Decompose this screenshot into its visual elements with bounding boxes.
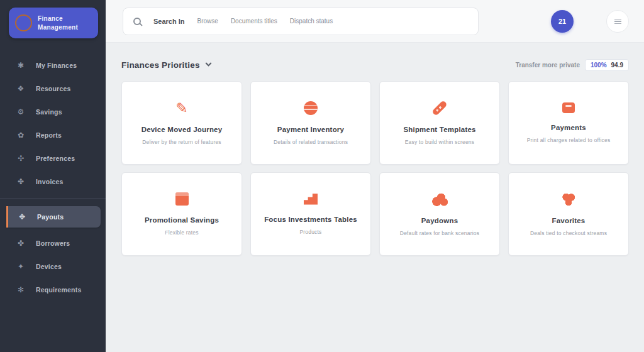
card-title: Paydowns	[421, 217, 458, 224]
header-meta: Transfer more private 100% 94.9	[516, 59, 629, 71]
sidebar-item-label: Borrowers	[36, 239, 70, 247]
brush-icon	[431, 100, 447, 116]
sidebar-item-label: Invoices	[36, 178, 64, 185]
sidebar-item-label: Preferences	[36, 155, 75, 162]
sidebar-nav-primary: ✱ My Finances ❖ Resources ⚙ Savings ✿ Re…	[0, 53, 106, 193]
card-payments[interactable]: Payments Print all charges related to of…	[508, 81, 629, 165]
card-paydowns[interactable]: Paydowns Default rates for bank scenario…	[379, 172, 500, 256]
card-title: Promotional Savings	[145, 216, 219, 224]
search-input[interactable]: Search In Browse Documents titles Dispat…	[123, 8, 479, 35]
card-subtitle: Details of related transactions	[274, 139, 348, 145]
card-subtitle: Default rates for bank scenarios	[400, 230, 479, 236]
gear-icon: ✥	[18, 212, 26, 221]
app-window: Finance Management ✱ My Finances ❖ Resou…	[0, 0, 644, 352]
notifications-button[interactable]: 21	[551, 10, 574, 33]
sidebar-item-label: Requirements	[36, 286, 81, 294]
sidebar-item-resources[interactable]: ❖ Resources	[0, 77, 106, 100]
calendar-icon	[175, 192, 189, 206]
card-subtitle: Easy to build within screens	[405, 139, 475, 145]
sidebar-item-reports[interactable]: ✿ Reports	[0, 123, 106, 146]
card-title: Favorites	[552, 217, 586, 224]
spark-icon: ✦	[16, 262, 25, 271]
app-title: Finance Management	[38, 14, 78, 31]
card-title: Shipment Templates	[403, 126, 475, 133]
card-payment-inventory[interactable]: Payment Inventory Details of related tra…	[250, 81, 371, 165]
app-logo[interactable]: Finance Management	[9, 8, 98, 38]
meta-label: Transfer more private	[516, 62, 580, 69]
sidebar-item-label: My Finances	[36, 62, 77, 69]
sidebar-item-devices[interactable]: ✦ Devices	[0, 255, 106, 278]
asterisk-icon: ✱	[16, 61, 25, 70]
search-token-documents[interactable]: Documents titles	[231, 18, 277, 25]
sidebar-item-label: Payouts	[37, 213, 64, 221]
topbar: Search In Browse Documents titles Dispat…	[106, 0, 644, 43]
globe-icon	[304, 101, 318, 115]
pencil-icon: ✎	[175, 101, 187, 115]
page-title: Finances Priorities	[121, 60, 200, 70]
sidebar-item-preferences[interactable]: ✣ Preferences	[0, 146, 106, 170]
card-subtitle: Deliver by the return of features	[142, 139, 221, 145]
chevron-down-icon	[205, 60, 211, 67]
card-subtitle: Products	[299, 229, 321, 235]
sidebar-item-label: Devices	[36, 263, 62, 270]
main-area: Search In Browse Documents titles Dispat…	[106, 0, 644, 352]
flower-icon: ✿	[16, 131, 25, 140]
sidebar-nav-secondary: ✥ Payouts ✤ Borrowers ✦ Devices ✻ Requir…	[0, 205, 106, 301]
notification-count-badge: 21	[558, 18, 566, 25]
search-primary-label[interactable]: Search In	[153, 18, 185, 25]
card-subtitle: Print all charges related to offices	[527, 137, 611, 143]
sidebar-item-payouts-active[interactable]: ✥ Payouts	[6, 206, 101, 228]
sidebar-item-invoices[interactable]: ✤ Invoices	[0, 170, 106, 193]
coin-icon	[15, 14, 32, 31]
card-title: Payments	[551, 124, 586, 131]
content-header: Finances Priorities Transfer more privat…	[121, 59, 629, 71]
sidebar-item-label: Resources	[36, 85, 71, 92]
content: Finances Priorities Transfer more privat…	[106, 43, 644, 256]
sidebar-item-label: Savings	[36, 108, 62, 116]
sidebar-item-requirements[interactable]: ✻ Requirements	[0, 278, 106, 301]
card-title: Payment Inventory	[277, 126, 344, 133]
sidebar-item-label: Reports	[36, 131, 62, 139]
cog-icon: ✣	[16, 154, 25, 163]
card-subtitle: Flexible rates	[165, 229, 198, 236]
card-focus-investments[interactable]: Focus Investments Tables Products	[250, 172, 371, 256]
badge-primary-value: 100%	[591, 62, 607, 69]
search-icon	[133, 18, 141, 25]
search-token-dispatch[interactable]: Dispatch status	[290, 18, 333, 25]
snowflake-icon: ✻	[16, 285, 25, 294]
sidebar-item-my-finances[interactable]: ✱ My Finances	[0, 53, 106, 77]
card-device-moved-journey[interactable]: ✎ Device Moved Journey Deliver by the re…	[121, 81, 242, 165]
card-promotional-savings[interactable]: Promotional Savings Flexible rates	[121, 172, 242, 256]
card-shipment-templates[interactable]: Shipment Templates Easy to build within …	[379, 81, 500, 165]
clover-icon: ✤	[16, 177, 25, 186]
grid-icon: ❖	[16, 84, 25, 93]
app-title-line2: Management	[38, 23, 78, 32]
wallet-icon	[562, 102, 575, 113]
card-title: Focus Investments Tables	[264, 216, 357, 223]
card-subtitle: Deals tied to checkout streams	[530, 230, 607, 236]
app-title-line1: Finance	[38, 14, 78, 23]
bar-chart-icon	[304, 194, 318, 205]
search-token-browse[interactable]: Browse	[197, 18, 218, 25]
card-favorites[interactable]: Favorites Deals tied to checkout streams	[508, 172, 629, 256]
card-title: Device Moved Journey	[142, 126, 223, 133]
menu-button[interactable]	[606, 10, 629, 33]
clover-icon: ✤	[16, 239, 25, 248]
badge-secondary-value: 94.9	[611, 62, 623, 69]
card-grid: ✎ Device Moved Journey Deliver by the re…	[121, 81, 629, 256]
page-title-dropdown[interactable]: Finances Priorities	[121, 60, 211, 70]
user-avatar[interactable]	[579, 10, 601, 33]
flower-icon	[561, 192, 576, 206]
gear-icon: ⚙	[16, 107, 25, 116]
sidebar-divider	[0, 198, 106, 199]
sidebar-item-savings[interactable]: ⚙ Savings	[0, 100, 106, 123]
menu-icon	[614, 19, 621, 24]
gift-icon	[432, 192, 448, 206]
meta-badge[interactable]: 100% 94.9	[585, 59, 629, 71]
sidebar-item-borrowers[interactable]: ✤ Borrowers	[0, 231, 106, 255]
sidebar: Finance Management ✱ My Finances ❖ Resou…	[0, 0, 106, 352]
